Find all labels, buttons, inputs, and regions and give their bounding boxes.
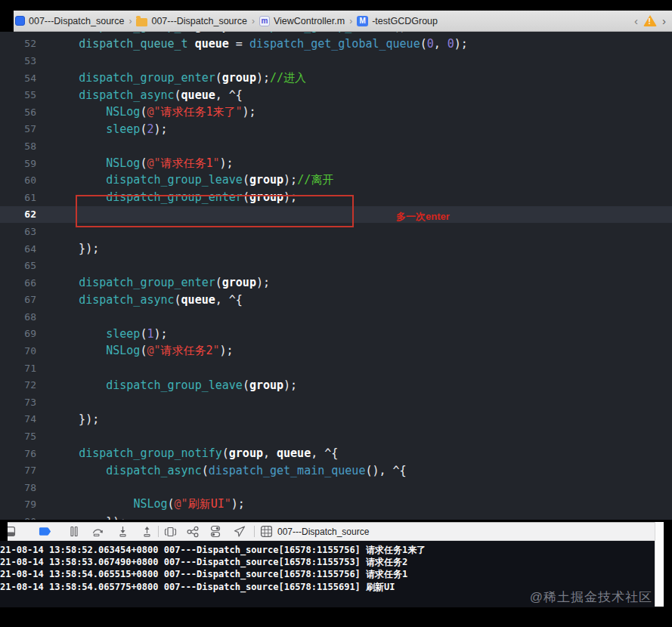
- line-number[interactable]: 64: [0, 243, 36, 255]
- code-text: dispatch_group_enter(group);: [36, 190, 297, 204]
- toolbar-divider: [254, 526, 255, 537]
- code-line[interactable]: 78: [0, 479, 672, 496]
- line-number[interactable]: 51: [0, 32, 36, 32]
- code-text: dispatch_async(queue, ^{: [36, 293, 243, 307]
- breadcrumb-label: 007---Dispatch_source: [29, 16, 124, 26]
- line-number[interactable]: 63: [0, 226, 36, 237]
- breadcrumb-item[interactable]: 007---Dispatch_source: [136, 16, 246, 26]
- line-number[interactable]: 60: [0, 175, 36, 186]
- breadcrumb-label: -testGCDGroup: [372, 16, 438, 26]
- line-number[interactable]: 53: [0, 55, 36, 66]
- view-debugger-icon[interactable]: [163, 525, 177, 539]
- code-text: dispatch_group_t group = dispatch_group_…: [36, 32, 413, 33]
- line-number[interactable]: 78: [0, 482, 36, 493]
- breadcrumb-item[interactable]: 007---Dispatch_source: [15, 16, 124, 26]
- code-line[interactable]: 65: [0, 257, 672, 274]
- code-line[interactable]: 71: [0, 360, 672, 377]
- line-number[interactable]: 61: [0, 192, 36, 203]
- line-number[interactable]: 59: [0, 158, 36, 169]
- line-number[interactable]: 52: [0, 38, 36, 49]
- code-line[interactable]: 59 NSLog(@"请求任务1");: [0, 155, 672, 172]
- line-number[interactable]: 68: [0, 311, 36, 323]
- line-number[interactable]: 70: [0, 345, 36, 357]
- console-scrollbar[interactable]: [655, 522, 664, 607]
- code-line[interactable]: 70 NSLog(@"请求任务2");: [0, 342, 672, 360]
- app-grid-icon: [259, 525, 273, 539]
- code-line[interactable]: 76 dispatch_group_notify(group, queue, ^…: [0, 445, 672, 462]
- process-label[interactable]: 007---Dispatch_source: [277, 527, 369, 537]
- line-number[interactable]: 76: [0, 448, 36, 459]
- line-number[interactable]: 57: [0, 123, 36, 134]
- line-number[interactable]: 79: [0, 499, 36, 510]
- line-number[interactable]: 54: [0, 73, 36, 84]
- code-editor[interactable]: 51 dispatch_group_t group = dispatch_gro…: [0, 32, 672, 520]
- line-number[interactable]: 55: [0, 89, 36, 100]
- line-number[interactable]: 80: [0, 516, 36, 520]
- code-line[interactable]: 73: [0, 394, 672, 411]
- line-number[interactable]: 77: [0, 465, 36, 476]
- code-line[interactable]: 69 sleep(1);: [0, 326, 672, 343]
- breadcrumb-item[interactable]: mViewController.m: [259, 16, 345, 26]
- line-number[interactable]: 58: [0, 141, 36, 152]
- code-line[interactable]: 54 dispatch_group_enter(group);//进入: [0, 69, 672, 87]
- code-line[interactable]: 68: [0, 308, 672, 326]
- line-number[interactable]: 73: [0, 397, 36, 408]
- annotation-text: 多一次enter: [396, 210, 450, 224]
- step-over-icon[interactable]: [91, 525, 105, 539]
- code-line[interactable]: 64 });: [0, 240, 672, 258]
- environment-overrides-icon[interactable]: [209, 525, 222, 539]
- folder-icon: [136, 18, 147, 26]
- code-line[interactable]: 77 dispatch_async(dispatch_get_main_queu…: [0, 462, 672, 479]
- line-number[interactable]: 67: [0, 294, 36, 305]
- breadcrumb-items: 007---Dispatch_source›007---Dispatch_sou…: [15, 16, 628, 26]
- code-line[interactable]: 63: [0, 223, 672, 240]
- next-issue-button[interactable]: ›: [662, 15, 666, 26]
- breakpoints-toggle-icon[interactable]: [39, 525, 52, 539]
- code-line[interactable]: 60 dispatch_group_leave(group);//离开: [0, 171, 672, 189]
- line-number[interactable]: 56: [0, 107, 36, 118]
- code-text: });: [36, 515, 126, 520]
- code-line[interactable]: 61 dispatch_group_enter(group);: [0, 189, 672, 206]
- code-line[interactable]: 80 });: [0, 513, 672, 520]
- step-out-icon[interactable]: [140, 525, 153, 539]
- line-number[interactable]: 74: [0, 413, 36, 425]
- code-text: NSLog(@"请求任务1");: [36, 156, 234, 171]
- code-text: NSLog(@"刷新UI");: [36, 497, 245, 511]
- simulate-location-icon[interactable]: [233, 525, 246, 539]
- code-line[interactable]: 55 dispatch_async(queue, ^{: [0, 86, 672, 103]
- code-line[interactable]: 56 NSLog(@"请求任务1来了");: [0, 103, 672, 121]
- step-into-icon[interactable]: [116, 525, 129, 539]
- line-number[interactable]: 65: [0, 260, 36, 271]
- code-text: dispatch_async(queue, ^{: [36, 88, 243, 102]
- code-line[interactable]: 53: [0, 52, 672, 69]
- code-line[interactable]: 67 dispatch_async(queue, ^{: [0, 292, 672, 309]
- breadcrumb-item[interactable]: M-testGCDGroup: [357, 16, 438, 26]
- code-line[interactable]: 74 });: [0, 411, 672, 428]
- line-number[interactable]: 66: [0, 277, 36, 289]
- hide-debug-area-icon[interactable]: [8, 525, 16, 539]
- line-number[interactable]: 62: [0, 208, 36, 220]
- previous-issue-button[interactable]: ‹: [634, 15, 638, 26]
- code-text: dispatch_group_enter(group);: [36, 276, 270, 289]
- warning-triangle-icon[interactable]: [643, 15, 657, 26]
- code-line[interactable]: 72 dispatch_group_leave(group);: [0, 376, 672, 394]
- code-line[interactable]: 57 sleep(2);: [0, 121, 672, 138]
- project-icon: [15, 16, 25, 26]
- code-line[interactable]: 58: [0, 137, 672, 155]
- console-log-line: 21-08-14 13:58:52.063454+0800 007---Disp…: [0, 544, 655, 556]
- code-line[interactable]: 52 dispatch_queue_t queue = dispatch_get…: [0, 36, 672, 53]
- debug-toolbar: 007---Dispatch_source: [8, 522, 655, 541]
- line-number[interactable]: 71: [0, 363, 36, 374]
- pause-icon[interactable]: [67, 525, 81, 539]
- code-line[interactable]: 75: [0, 428, 672, 445]
- memory-graph-icon[interactable]: [186, 525, 200, 539]
- breadcrumb: 007---Dispatch_source›007---Dispatch_sou…: [14, 11, 672, 32]
- line-number[interactable]: 72: [0, 379, 36, 391]
- code-line[interactable]: 66 dispatch_group_enter(group);: [0, 274, 672, 292]
- code-line[interactable]: 62: [0, 206, 672, 224]
- code-text: dispatch_queue_t queue = dispatch_get_gl…: [36, 37, 468, 51]
- code-text: });: [36, 412, 99, 426]
- line-number[interactable]: 75: [0, 431, 36, 442]
- code-line[interactable]: 79 NSLog(@"刷新UI");: [0, 496, 672, 514]
- line-number[interactable]: 69: [0, 328, 36, 339]
